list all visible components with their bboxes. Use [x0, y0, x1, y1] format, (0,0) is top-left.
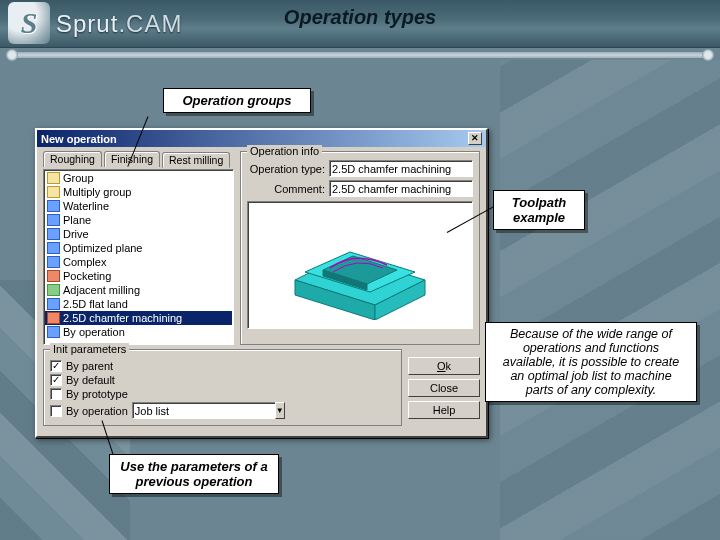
init-parameters-group: Init parameters ✓By parent✓By defaultBy …: [43, 349, 402, 426]
tree-item-label: Complex: [63, 255, 106, 269]
dialog-title: New operation: [41, 133, 117, 145]
init-option-label: By operation: [66, 405, 128, 417]
tree-item-label: Pocketing: [63, 269, 111, 283]
init-option[interactable]: ✓By default: [50, 374, 395, 386]
tree-item-label: Drive: [63, 227, 89, 241]
callout-toolpath: Toolpath example: [493, 190, 585, 230]
brand: Sprut.CAM: [56, 10, 182, 38]
tree-item[interactable]: Multiply group: [45, 185, 232, 199]
tree-item[interactable]: Complex: [45, 255, 232, 269]
decor-rail: [10, 52, 710, 58]
group-label: Operation info: [247, 145, 322, 157]
dialog-buttons: Ok Close Help: [408, 349, 480, 426]
tree-item-label: Multiply group: [63, 185, 131, 199]
close-button[interactable]: Close: [408, 379, 480, 397]
checkbox-icon[interactable]: ✓: [50, 360, 62, 372]
tree-item[interactable]: Pocketing: [45, 269, 232, 283]
operation-combo[interactable]: ▼: [132, 402, 262, 419]
ok-button[interactable]: Ok: [408, 357, 480, 375]
blue-icon: [47, 242, 60, 254]
brand-sub: CAM: [126, 10, 182, 37]
new-operation-dialog: New operation ✕ RoughingFinishingRest mi…: [35, 128, 488, 438]
callout-use-params: Use the parameters of a previous operati…: [109, 454, 279, 494]
init-option[interactable]: By operation ▼: [50, 402, 395, 419]
tree-item-label: 2.5D chamfer machining: [63, 311, 182, 325]
callout-description: Because of the wide range of operations …: [485, 322, 697, 402]
tree-item[interactable]: Optimized plane: [45, 241, 232, 255]
tree-item-label: By operation: [63, 325, 125, 339]
tree-item-label: Waterline: [63, 199, 109, 213]
folder-icon: [47, 172, 60, 184]
callout-operation-groups: Operation groups: [163, 88, 311, 113]
tree-item-label: Group: [63, 171, 94, 185]
type-label: Operation type:: [247, 163, 325, 175]
tree-item[interactable]: Waterline: [45, 199, 232, 213]
close-icon[interactable]: ✕: [468, 132, 482, 145]
brand-dot: .: [118, 10, 126, 37]
operation-tree-panel: RoughingFinishingRest milling GroupMulti…: [43, 151, 234, 345]
tree-item[interactable]: Plane: [45, 213, 232, 227]
init-option-label: By prototype: [66, 388, 128, 400]
green-icon: [47, 284, 60, 296]
init-option[interactable]: ✓By parent: [50, 360, 395, 372]
help-button[interactable]: Help: [408, 401, 480, 419]
operation-tree[interactable]: GroupMultiply groupWaterlinePlaneDriveOp…: [43, 169, 234, 345]
combo-input[interactable]: [132, 402, 275, 419]
page-title: Operation types: [284, 6, 436, 29]
blue-icon: [47, 200, 60, 212]
tree-item[interactable]: 2.5D flat land: [45, 297, 232, 311]
blue-icon: [47, 228, 60, 240]
folder-icon: [47, 186, 60, 198]
tree-item-label: 2.5D flat land: [63, 297, 128, 311]
comment-field[interactable]: [329, 180, 473, 197]
tab-rest-milling[interactable]: Rest milling: [162, 152, 230, 168]
logo-icon: S: [8, 2, 50, 44]
checkbox-icon[interactable]: [50, 405, 62, 417]
checkbox-icon[interactable]: ✓: [50, 374, 62, 386]
tree-item-label: Adjacent milling: [63, 283, 140, 297]
init-group-label: Init parameters: [50, 343, 129, 355]
toolpath-preview: [247, 201, 473, 329]
tree-item-label: Optimized plane: [63, 241, 143, 255]
tree-item[interactable]: 2.5D chamfer machining: [45, 311, 232, 325]
preview-icon: [275, 210, 445, 320]
operation-type-field[interactable]: [329, 160, 473, 177]
brand-main: Sprut: [56, 10, 118, 37]
tree-item[interactable]: Group: [45, 171, 232, 185]
tree-item-label: Plane: [63, 213, 91, 227]
callout-description-text: Because of the wide range of operations …: [496, 327, 686, 397]
tree-item[interactable]: Adjacent milling: [45, 283, 232, 297]
tab-roughing[interactable]: Roughing: [43, 151, 102, 167]
blue-icon: [47, 326, 60, 338]
blue-icon: [47, 298, 60, 310]
comment-label: Comment:: [247, 183, 325, 195]
tree-item[interactable]: Drive: [45, 227, 232, 241]
red-icon: [47, 312, 60, 324]
blue-icon: [47, 256, 60, 268]
chevron-down-icon[interactable]: ▼: [275, 402, 285, 419]
red-icon: [47, 270, 60, 282]
checkbox-icon[interactable]: [50, 388, 62, 400]
blue-icon: [47, 214, 60, 226]
operation-info-group: Operation info Operation type: Comment:: [240, 151, 480, 345]
init-option[interactable]: By prototype: [50, 388, 395, 400]
init-option-label: By parent: [66, 360, 113, 372]
init-option-label: By default: [66, 374, 115, 386]
tree-item[interactable]: By operation: [45, 325, 232, 339]
operation-tabs: RoughingFinishingRest milling: [43, 151, 234, 167]
